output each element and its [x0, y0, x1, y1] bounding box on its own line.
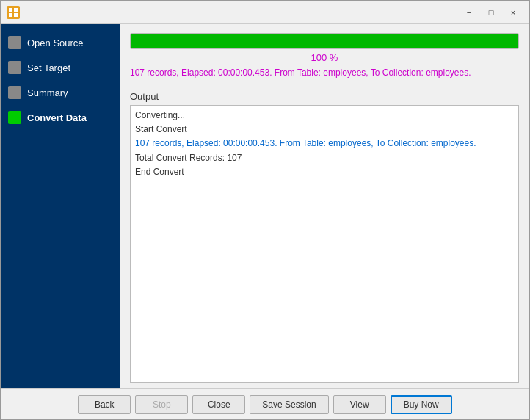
maximize-button[interactable]: □: [481, 4, 501, 21]
svg-rect-3: [14, 13, 18, 17]
step-indicator-summary: [8, 86, 21, 99]
svg-rect-0: [9, 8, 12, 12]
progress-status: 107 records, Elapsed: 00:00:00.453. From…: [130, 68, 519, 78]
content-panel: 100 % 107 records, Elapsed: 00:00:00.453…: [120, 24, 529, 388]
svg-rect-1: [14, 8, 18, 12]
output-line: Total Convert Records: 107: [135, 151, 514, 165]
sidebar-item-convert-data[interactable]: Convert Data: [1, 106, 120, 128]
output-box[interactable]: Converting...Start Convert107 records, E…: [130, 105, 519, 383]
step-indicator-set-target: [8, 61, 21, 74]
sidebar: Open Source Set Target Summary Convert D…: [1, 24, 120, 388]
buy-now-button[interactable]: Buy Now: [391, 395, 452, 414]
sidebar-item-set-target[interactable]: Set Target: [1, 57, 120, 79]
sidebar-item-summary[interactable]: Summary: [1, 82, 120, 104]
close-window-button[interactable]: ×: [503, 4, 523, 21]
app-icon: [7, 6, 20, 19]
output-line: End Convert: [135, 165, 514, 179]
back-button[interactable]: Back: [78, 395, 131, 414]
title-bar: − □ ×: [1, 1, 529, 24]
step-indicator-convert-data: [8, 111, 21, 124]
title-bar-controls: − □ ×: [459, 4, 523, 21]
view-button[interactable]: View: [333, 395, 386, 414]
output-line: Start Convert: [135, 123, 514, 137]
progress-percent-label: 100 %: [130, 52, 519, 63]
title-bar-left: [7, 6, 20, 19]
output-line: Converting...: [135, 109, 514, 123]
main-area: Open Source Set Target Summary Convert D…: [1, 24, 529, 388]
sidebar-label-summary: Summary: [27, 87, 68, 98]
save-session-button[interactable]: Save Session: [250, 395, 328, 414]
sidebar-item-open-source[interactable]: Open Source: [1, 32, 120, 54]
output-line: 107 records, Elapsed: 00:00:00.453. From…: [135, 137, 514, 151]
sidebar-label-open-source: Open Source: [27, 37, 84, 48]
sidebar-label-set-target: Set Target: [27, 62, 70, 73]
stop-button[interactable]: Stop: [135, 395, 188, 414]
close-button[interactable]: Close: [192, 395, 245, 414]
button-bar: Back Stop Close Save Session View Buy No…: [1, 388, 529, 419]
progress-bar-fill: [131, 34, 518, 48]
step-indicator-open-source: [8, 36, 21, 49]
progress-container: 100 % 107 records, Elapsed: 00:00:00.453…: [130, 33, 519, 87]
main-window: − □ × Open Source Set Target Summary Con…: [0, 0, 530, 420]
minimize-button[interactable]: −: [459, 4, 479, 21]
output-label: Output: [130, 91, 519, 102]
svg-rect-2: [9, 13, 12, 17]
progress-bar-track: [130, 33, 519, 49]
sidebar-label-convert-data: Convert Data: [27, 112, 87, 123]
